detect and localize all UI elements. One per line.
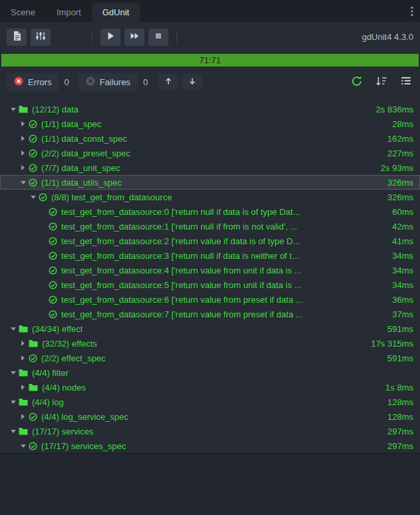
rerun-on-change-button[interactable] — [349, 74, 364, 90]
play-forward-icon — [129, 31, 140, 43]
tree-item-label: (34/34) effect — [32, 324, 83, 334]
tree-item-label: test_get_from_datasource:5 ['return valu… — [61, 280, 302, 290]
tree-row[interactable]: (1/1) data_const_spec 162ms — [0, 131, 420, 146]
tree-item-label: test_get_from_datasource:1 ['return null… — [61, 222, 298, 232]
tree-row[interactable]: test_get_from_datasource:6 ['return valu… — [0, 292, 420, 307]
tree-row[interactable]: test_get_from_datasource:7 ['return valu… — [0, 307, 420, 321]
tree-row[interactable]: (2/2) data_preset_spec 227ms — [0, 146, 420, 160]
api-doc-button[interactable] — [7, 29, 27, 46]
chevron-icon[interactable] — [18, 116, 28, 131]
tree-item-time: 591ms — [379, 324, 413, 334]
chevron-icon[interactable] — [8, 102, 18, 116]
tree-item-label: (17/17) services — [32, 427, 93, 436]
tree-row[interactable]: (32/32) effects 17s 315ms — [0, 336, 420, 351]
settings-tune-button[interactable] — [31, 29, 51, 46]
tree-row[interactable]: (17/17) services_spec 297ms — [0, 438, 420, 453]
tree-row[interactable]: (8/8) test_get_from_datasource 326ms — [0, 190, 420, 204]
tree-row[interactable]: test_get_from_datasource:4 ['return valu… — [0, 263, 420, 277]
chevron-icon[interactable] — [8, 321, 18, 336]
error-icon — [14, 77, 23, 88]
tree-item-time: 34ms — [384, 251, 413, 261]
folder-icon — [19, 427, 28, 435]
toolbar-separator — [92, 31, 93, 43]
chevron-icon[interactable] — [8, 424, 18, 438]
prev-failure-button[interactable] — [158, 74, 178, 90]
tree-row[interactable]: (17/17) services 297ms — [0, 424, 420, 438]
tab-scene[interactable]: Scene — [0, 3, 46, 22]
tree-row[interactable]: (34/34) effect 591ms — [0, 321, 420, 336]
tree-item-time: 2s 836ms — [368, 104, 413, 114]
tree-item-label: test_get_from_datasource:6 ['return valu… — [61, 295, 303, 305]
tree-item-time: 28ms — [384, 119, 413, 129]
failures-filter-button[interactable]: Failures — [79, 73, 138, 91]
progress-label: 71:71 — [199, 55, 221, 65]
chevron-icon[interactable] — [18, 336, 28, 351]
chevron-icon[interactable] — [28, 190, 38, 204]
tree-item-time: 128ms — [379, 412, 413, 422]
tree-row[interactable]: test_get_from_datasource:5 ['return valu… — [0, 277, 420, 292]
tree-row[interactable]: (4/4) nodes 1s 8ms — [0, 380, 420, 395]
arrow-up-icon — [164, 77, 173, 88]
tree-item-label: (4/4) log_service_spec — [41, 412, 128, 422]
tree-item-time: 42ms — [384, 222, 413, 232]
tree-row[interactable]: test_get_from_datasource:3 ['return null… — [0, 248, 420, 263]
tab-gdunit[interactable]: GdUnit — [92, 3, 140, 22]
tree-row[interactable]: test_get_from_datasource:0 ['return null… — [0, 204, 420, 219]
chevron-icon[interactable] — [8, 365, 18, 380]
folder-icon — [29, 339, 38, 347]
sort-button[interactable] — [374, 74, 389, 90]
chevron-icon[interactable] — [8, 395, 18, 409]
chevron-icon[interactable] — [18, 409, 28, 424]
vertical-dots-icon — [411, 6, 413, 19]
tree-row[interactable]: (4/4) filter — [0, 365, 420, 380]
test-suite-icon — [49, 222, 57, 231]
progress-bar: 71:71 — [1, 54, 419, 67]
errors-filter-button[interactable]: Errors — [7, 73, 59, 91]
view-mode-button[interactable] — [399, 74, 413, 90]
tab-list-menu-button[interactable] — [404, 3, 420, 22]
failures-count: 0 — [143, 77, 148, 87]
progress-bar-wrap: 71:71 — [0, 54, 420, 67]
tree-row[interactable]: (12/12) data 2s 836ms — [0, 102, 420, 116]
statusbar-right-icons — [349, 74, 413, 90]
test-suite-icon — [29, 178, 37, 187]
tree-item-label: (1/1) data_utils_spec — [41, 178, 122, 188]
tree-row[interactable]: (7/7) data_unit_spec 2s 93ms — [0, 160, 420, 175]
document-icon — [12, 31, 22, 43]
tab-import[interactable]: Import — [46, 3, 92, 22]
stop-button[interactable] — [148, 29, 168, 46]
chevron-icon[interactable] — [18, 160, 28, 175]
chevron-icon[interactable] — [18, 438, 28, 453]
tree-row[interactable]: (1/1) data_spec 28ms — [0, 116, 420, 131]
chevron-icon[interactable] — [18, 380, 28, 395]
gdunit-panel: Scene Import GdUnit — [0, 0, 420, 515]
chevron-icon[interactable] — [18, 131, 28, 146]
chevron-icon[interactable] — [18, 351, 28, 365]
chevron-icon[interactable] — [18, 146, 28, 160]
tree-row[interactable]: (2/2) effect_spec 591ms — [0, 351, 420, 365]
next-failure-button[interactable] — [182, 74, 202, 90]
tree-row[interactable]: (4/4) log_service_spec 128ms — [0, 409, 420, 424]
chevron-icon[interactable] — [18, 175, 28, 190]
bottom-panel — [0, 453, 420, 515]
tree-row[interactable]: test_get_from_datasource:2 ['return valu… — [0, 234, 420, 248]
run-debug-button[interactable] — [124, 29, 144, 46]
tree-item-time: 17s 315ms — [363, 339, 413, 349]
sliders-icon — [35, 31, 46, 43]
tree-item-label: (2/2) data_preset_spec — [41, 148, 130, 158]
test-suite-icon — [49, 295, 57, 304]
failures-label: Failures — [100, 77, 130, 87]
tree-item-time: 37ms — [384, 309, 413, 319]
test-suite-icon — [39, 193, 47, 202]
folder-icon — [29, 383, 38, 391]
tree-row[interactable]: (4/4) log 128ms — [0, 395, 420, 409]
run-tests-button[interactable] — [101, 29, 120, 46]
tree-row[interactable]: (1/1) data_utils_spec 326ms — [0, 175, 420, 190]
tree-item-time: 60ms — [384, 207, 413, 217]
tree-row[interactable]: test_get_from_datasource:1 ['return null… — [0, 219, 420, 234]
test-suite-icon — [29, 442, 37, 450]
toolbar: gdUnit4 4.3.0 — [0, 22, 420, 52]
toolbar-separator — [176, 31, 177, 43]
refresh-icon — [351, 75, 363, 89]
tree-item-time: 128ms — [379, 397, 413, 407]
